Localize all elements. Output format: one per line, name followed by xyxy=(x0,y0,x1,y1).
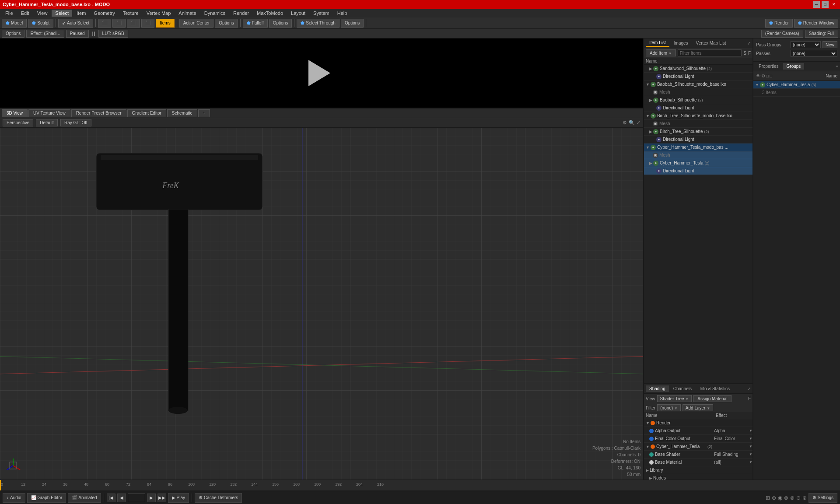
cache-deformers-button[interactable]: ⚙ Cache Deformers xyxy=(195,493,242,503)
tab-info-stats[interactable]: Info & Statistics xyxy=(696,385,733,392)
tree-expand-icon[interactable]: ▶ xyxy=(649,66,652,71)
menu-view[interactable]: View xyxy=(34,10,51,17)
close-button[interactable]: ✕ xyxy=(830,1,837,8)
menu-texture[interactable]: Texture xyxy=(119,10,142,17)
auto-select-button[interactable]: ↙ Auto Select xyxy=(58,19,93,28)
model-button[interactable]: ⬟ Model xyxy=(2,19,27,28)
tree-expand-icon[interactable]: ▼ xyxy=(646,82,650,87)
new-pass-group-button[interactable]: New xyxy=(822,41,837,48)
tree-row[interactable]: ▼ ● Baobab_Silhouette_modo_base.lxo xyxy=(644,80,752,88)
tree-row[interactable]: ● Directional Light xyxy=(644,73,752,80)
tree-expand-icon[interactable]: ▼ xyxy=(646,114,650,118)
render-expand-icon[interactable]: ▼ xyxy=(646,421,650,425)
add-item-button[interactable]: Add Item ▼ xyxy=(646,49,676,56)
ray-gl-label[interactable]: Ray GL: Off xyxy=(60,119,91,126)
action-center-button[interactable]: Action Center xyxy=(179,19,214,28)
tree-row[interactable]: ▣ Mesh xyxy=(644,88,752,96)
expand-icon[interactable]: ⤢ xyxy=(637,120,640,126)
items-button[interactable]: Items xyxy=(156,19,174,28)
menu-select[interactable]: Select xyxy=(52,10,72,17)
expand-icon4[interactable]: + xyxy=(836,64,838,69)
groups-tree[interactable]: ▼ ● Cyber_Hammer_Tesla (3) 3 Items xyxy=(753,81,840,480)
tab-add[interactable]: + xyxy=(198,109,210,117)
shader-row-cyber-hammer[interactable]: ▼ Cyber_Hammer_Tesla (2) ▼ xyxy=(644,443,752,451)
nav-icon5[interactable]: ⊗ xyxy=(790,495,794,501)
prev-start-button[interactable]: |◀ xyxy=(107,494,116,502)
tree-row[interactable]: ▣ Mesh xyxy=(644,120,752,128)
shader-row-base-shader[interactable]: Base Shader Full Shading ▼ xyxy=(644,451,752,458)
tree-row[interactable]: ▼ ● Cyber_Hammer_Tesla_modo_bas ... xyxy=(644,144,752,151)
shader-tree-button[interactable]: Shader Tree ▼ xyxy=(657,395,692,402)
play-button-large[interactable] xyxy=(308,60,335,86)
default-label[interactable]: Default xyxy=(36,119,58,126)
menu-help[interactable]: Help xyxy=(334,10,351,17)
shader-row-render[interactable]: ▼ Render xyxy=(644,419,752,427)
tab-vertex-map-list[interactable]: Vertex Map List xyxy=(693,40,730,46)
toolbar-btn-4[interactable]: ⬛ xyxy=(141,19,154,28)
menu-layout[interactable]: Layout xyxy=(287,10,309,17)
menu-maxtomodo[interactable]: MaxToModo xyxy=(253,10,287,17)
perspective-label[interactable]: Perspective xyxy=(3,119,33,126)
render-button[interactable]: ⬟ Render xyxy=(765,19,793,28)
tab-uv-texture[interactable]: UV Texture View xyxy=(28,109,70,117)
shading-button[interactable]: Shading: Full xyxy=(805,30,838,38)
render-camera-button[interactable]: (Render Camera) xyxy=(761,30,803,38)
prev-frame-button[interactable]: ◀ xyxy=(117,494,126,502)
sculpt-button[interactable]: ⬟ Sculpt xyxy=(28,19,53,28)
menu-geometry[interactable]: Geometry xyxy=(90,10,118,17)
group-row-cyber[interactable]: ▼ ● Cyber_Hammer_Tesla (3) xyxy=(753,81,840,89)
shader-row-final-color[interactable]: Final Color Output Final Color ▼ xyxy=(644,435,752,443)
menu-dynamics[interactable]: Dynamics xyxy=(201,10,229,17)
shader-row-base-material[interactable]: Base Material (all) ▼ xyxy=(644,458,752,466)
menu-system[interactable]: System xyxy=(310,10,333,17)
cyber-group-expand-icon[interactable]: ▼ xyxy=(755,83,759,87)
shader-tree[interactable]: ▼ Render Alpha Output Alpha ▼ Final Colo… xyxy=(644,419,752,480)
graph-editor-button[interactable]: 📈 Graph Editor xyxy=(27,493,66,503)
filter-items-input[interactable] xyxy=(678,49,742,56)
passes-select[interactable]: (none) xyxy=(791,50,837,57)
expand-icon3[interactable]: ⤢ xyxy=(747,386,751,391)
nav-icon4[interactable]: ⊛ xyxy=(784,495,788,501)
audio-button[interactable]: ♪ Audio xyxy=(3,493,25,503)
falloff-options-button[interactable]: Options xyxy=(269,19,292,28)
filter-none-button[interactable]: (none) ▼ xyxy=(657,404,681,411)
assign-material-button[interactable]: Assign Material xyxy=(693,395,731,402)
tree-expand-icon[interactable]: ▼ xyxy=(646,145,650,150)
action-options-button[interactable]: Options xyxy=(215,19,238,28)
falloff-button[interactable]: ⬟ Falloff xyxy=(243,19,268,28)
expand-icon2[interactable]: ⤢ xyxy=(747,41,751,46)
tree-row[interactable]: ▣ Mesh xyxy=(644,151,752,159)
nav-icon6[interactable]: ⊙ xyxy=(796,495,801,501)
tree-row[interactable]: ● Directional Light xyxy=(644,167,752,175)
gear-icon[interactable]: ⚙ xyxy=(623,120,627,126)
frame-input[interactable]: 0 xyxy=(128,494,145,502)
menu-animate[interactable]: Animate xyxy=(175,10,200,17)
tab-3d-view[interactable]: 3D View xyxy=(2,109,28,117)
tree-expand-icon[interactable]: ▶ xyxy=(649,98,652,102)
animated-button[interactable]: 🎬 Animated xyxy=(68,493,101,503)
tree-row[interactable]: ● Directional Light xyxy=(644,136,752,144)
tree-expand-icon[interactable]: ▶ xyxy=(649,161,652,165)
group-row-items[interactable]: 3 Items xyxy=(753,89,840,97)
tree-row[interactable]: ▶ ● Cyber_Hammer_Tesla (2) xyxy=(644,159,752,167)
tab-render-preset[interactable]: Render Preset Browser xyxy=(71,109,126,117)
tab-properties[interactable]: Properties xyxy=(755,63,782,70)
tree-row[interactable]: ▼ ● Birch_Tree_Silhouette_modo_base.lxo xyxy=(644,112,752,120)
tree-expand-icon[interactable]: ▶ xyxy=(649,130,652,134)
lut-button[interactable]: LUT: sRGB xyxy=(98,30,128,38)
tree-row[interactable]: ▶ ● Birch_Tree_Silhouette (2) xyxy=(644,128,752,136)
nav-icon7[interactable]: ⊚ xyxy=(802,495,807,501)
select-through-button[interactable]: ⬟ Select Through xyxy=(297,19,340,28)
tree-row[interactable]: ▶ ● Sandalwood_Silhouette (2) xyxy=(644,65,752,73)
nav-icon3[interactable]: ◉ xyxy=(778,495,782,501)
shader-row-library[interactable]: ▶ Library xyxy=(644,466,752,474)
play-button[interactable]: ▶ Play xyxy=(168,493,189,503)
toolbar-btn-3[interactable]: ⬛ xyxy=(127,19,140,28)
tab-shading[interactable]: Shading xyxy=(646,385,669,392)
library-expand-icon[interactable]: ▶ xyxy=(646,468,649,472)
menu-file[interactable]: File xyxy=(2,10,17,17)
tab-images[interactable]: Images xyxy=(670,40,692,46)
pass-groups-select[interactable]: (none) xyxy=(791,41,821,48)
nav-icon1[interactable]: ⊞ xyxy=(766,495,770,501)
menu-render[interactable]: Render xyxy=(230,10,252,17)
